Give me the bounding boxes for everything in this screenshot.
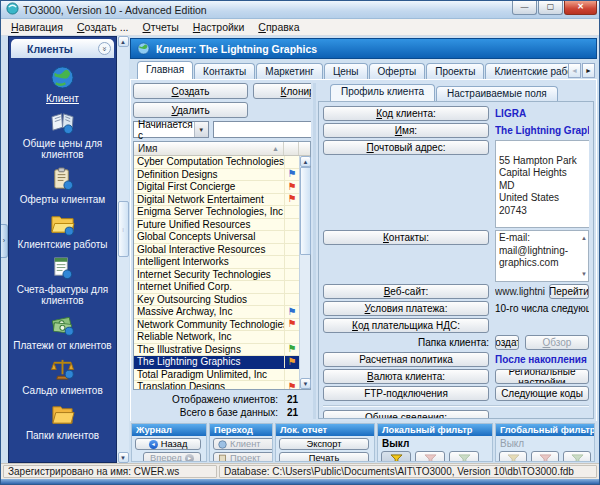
sidebar-item[interactable]: Папки клиентов: [26, 402, 99, 441]
edit-filter-button[interactable]: [449, 451, 479, 461]
menu-item[interactable]: Настройки: [187, 20, 251, 34]
client-row[interactable]: Intelligent Interworks: [134, 256, 299, 269]
scroll-down-icon[interactable]: ▼: [118, 452, 129, 463]
client-row[interactable]: Definition Designs⚑: [134, 169, 299, 182]
client-row[interactable]: Cyber Computation Technologies, Inc: [134, 156, 299, 169]
title-bar[interactable]: TO3000, Version 10 - Advanced Edition — …: [1, 1, 599, 19]
flag-column-header[interactable]: [284, 142, 299, 155]
back-button[interactable]: ◄ Назад: [135, 438, 201, 450]
close-button[interactable]: ✕: [564, 1, 597, 15]
mailing-address-button[interactable]: Почтовый адрес:: [323, 140, 489, 155]
client-row[interactable]: Enigma Server Technologies, Inc: [134, 206, 299, 219]
accounting-policy-button[interactable]: Расчетная политика: [323, 352, 489, 367]
name-column-header[interactable]: Имя: [138, 143, 157, 154]
clear-filter-funnel-icon: [424, 454, 437, 462]
menu-item[interactable]: Создать ...: [71, 20, 135, 34]
sidebar-item-label: Папки клиентов: [26, 430, 99, 441]
client-row[interactable]: Internet Security Technologies: [134, 269, 299, 282]
payment-terms-button[interactable]: Условия платежа:: [323, 301, 489, 316]
tab-scroll-right-icon[interactable]: ►: [582, 63, 595, 78]
website-button[interactable]: Веб-сайт:: [323, 284, 489, 299]
regional-settings-button[interactable]: Региональные настройки: [495, 369, 589, 384]
sidebar-item[interactable]: Клиентские работы: [17, 211, 107, 250]
tab-client-profile[interactable]: Профиль клиента: [330, 84, 435, 101]
go-to-website-button[interactable]: Перейти: [549, 284, 589, 299]
vat-code-button[interactable]: Код плательщика НДС:: [323, 318, 489, 333]
scroll-up-icon[interactable]: ▲: [300, 156, 311, 167]
scroll-down-icon[interactable]: ▼: [581, 268, 587, 281]
client-row[interactable]: Future Unified Resources: [134, 219, 299, 232]
main-tab[interactable]: Цены: [324, 63, 368, 79]
sidebar-item[interactable]: Оферты клиентам: [20, 166, 105, 205]
table-header[interactable]: Имя ▲: [134, 142, 310, 156]
next-codes-button[interactable]: Следующие коды: [495, 386, 589, 401]
client-row[interactable]: The Illustrative Designs⚑: [134, 344, 299, 357]
filter-mode-select[interactable]: Начинается с ▼: [133, 121, 209, 138]
no-flag: [284, 231, 299, 243]
client-row[interactable]: Total Paradigm Unlimited, Inc: [134, 369, 299, 382]
client-row[interactable]: Internet Unified Corp.: [134, 281, 299, 294]
panel-splitter[interactable]: [313, 83, 316, 419]
client-row[interactable]: Global Interactive Resources: [134, 244, 299, 257]
main-tab[interactable]: Маркетинг: [256, 63, 323, 79]
client-row[interactable]: Key Outsourcing Studios: [134, 294, 299, 307]
sidebar-item-label: Оферты клиентам: [20, 194, 105, 205]
clone-client-button[interactable]: Клонировать: [253, 83, 311, 99]
sidebar-item[interactable]: Платежи от клиентов: [13, 312, 111, 351]
sidebar-item[interactable]: Счета-фактуры для клиентов: [11, 256, 114, 306]
website-value[interactable]: www.lightning-g: [495, 284, 545, 299]
ftp-connections-button[interactable]: FTP-подключения: [323, 386, 489, 401]
main-tab[interactable]: Клиентские работы: [485, 63, 568, 79]
client-name: Network Community Technologies: [134, 319, 284, 330]
create-folder-button[interactable]: Создать: [495, 335, 519, 350]
delete-client-button[interactable]: Удалить: [133, 102, 248, 118]
client-row[interactable]: Digital Network Entertaiment⚑: [134, 194, 299, 207]
tab-custom-fields[interactable]: Настраиваемые поля: [436, 86, 558, 101]
list-scrollbar[interactable]: ▲ ▼: [299, 156, 310, 389]
minimize-button[interactable]: —: [512, 1, 537, 15]
clear-filter-button[interactable]: [415, 451, 445, 461]
sidebar-scrollbar[interactable]: ▲ ⁞ ▼: [117, 36, 129, 463]
filter-value-input[interactable]: [213, 121, 311, 138]
export-button[interactable]: Экспорт: [279, 438, 369, 450]
client-row[interactable]: Translation Designs⚑: [134, 381, 299, 389]
menu-item[interactable]: Отчеты: [136, 20, 184, 34]
contacts-button[interactable]: Контакты:: [323, 230, 489, 245]
client-code-button[interactable]: Код клиента:: [323, 106, 489, 121]
status-bar: Зарегистрировано на имя: CWER.ws Databas…: [1, 463, 599, 479]
main-tab[interactable]: Контакты: [194, 63, 255, 79]
sidebar-collapse-handle[interactable]: ›: [1, 224, 8, 258]
main-tab[interactable]: Главная: [137, 61, 193, 79]
client-row[interactable]: Network Community Technologies⚑: [134, 319, 299, 332]
scrollbar-thumb[interactable]: [300, 167, 311, 255]
maximize-button[interactable]: ▢: [538, 1, 563, 15]
sidebar-item[interactable]: Клиент: [46, 65, 79, 104]
general-info-button[interactable]: Общие сведения:: [323, 410, 489, 419]
sidebar-item[interactable]: Сальдо клиентов: [22, 357, 102, 396]
main-tab[interactable]: Проекты: [426, 63, 484, 79]
client-name-button[interactable]: Имя:: [323, 123, 489, 138]
contacts-value[interactable]: E-mail: mail@lightning-graphics.com ▲ ▼: [495, 230, 589, 282]
sidebar-item[interactable]: Общие цены для клиентов: [11, 110, 114, 160]
chevron-down-icon[interactable]: ▼: [194, 122, 208, 137]
menu-item[interactable]: Навигация: [5, 20, 69, 34]
client-row[interactable]: The Lightning Graphics⚑: [134, 356, 299, 369]
scroll-up-icon[interactable]: ▲: [118, 36, 129, 47]
client-row[interactable]: Digital First Concierge⚑: [134, 181, 299, 194]
forward-button: Вперед ►: [143, 452, 201, 461]
create-client-button[interactable]: Создать: [133, 83, 248, 99]
client-currency-button[interactable]: Валюта клиента:: [323, 369, 489, 384]
main-tab[interactable]: Оферты: [369, 63, 426, 79]
tab-scroll-left-icon[interactable]: ◄: [568, 63, 581, 78]
client-row[interactable]: Massive Archway, Inc⚑: [134, 306, 299, 319]
apply-filter-button[interactable]: [381, 451, 411, 461]
mailing-address-value[interactable]: 55 Hampton Park Capital Heights MD Unite…: [495, 140, 589, 228]
client-row[interactable]: Reliable Network, Inc: [134, 331, 299, 344]
scroll-down-icon[interactable]: ▼: [300, 378, 311, 389]
scrollbar-thumb[interactable]: ⁞: [118, 201, 129, 257]
client-row[interactable]: Global Concepts Universal: [134, 231, 299, 244]
menu-item[interactable]: Справка: [252, 20, 305, 34]
collapse-chevron-icon[interactable]: »: [98, 42, 111, 55]
print-button[interactable]: Печать: [279, 452, 369, 461]
scroll-up-icon[interactable]: ▲: [581, 232, 587, 245]
